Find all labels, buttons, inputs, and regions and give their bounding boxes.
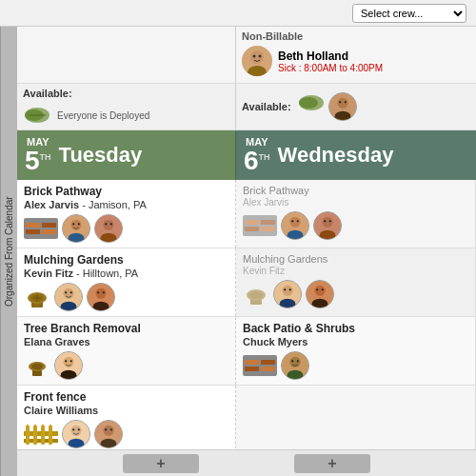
svg-point-56 (284, 288, 286, 290)
stump-icon-1r (243, 282, 269, 307)
job-1-right-workers (243, 211, 468, 240)
job-3-workers (24, 351, 228, 380)
tuesday-date: MAY 5TH (25, 136, 51, 174)
svg-rect-78 (26, 426, 30, 445)
svg-point-62 (322, 288, 324, 290)
job-4-person: Claire Williams (24, 405, 228, 416)
svg-point-46 (95, 288, 106, 299)
wednesday-date: MAY 6TH (244, 136, 270, 174)
job-row-4: Front fence Claire Williams (17, 386, 476, 449)
svg-point-26 (289, 217, 300, 228)
svg-point-92 (103, 426, 113, 436)
jobs-area: Brick Pathway Alex Jarvis - Jamison, PA (17, 180, 476, 449)
svg-point-3 (253, 55, 256, 58)
top-bar: Select crew... (0, 0, 476, 27)
worker-avatar-1ra (281, 211, 309, 240)
svg-point-23 (105, 223, 107, 225)
available-row: Available: Everyone is Deployed Availabl… (17, 84, 476, 130)
svg-point-19 (78, 223, 80, 225)
available-label-right: Available: (242, 101, 291, 112)
available-label-left: Available: (23, 88, 72, 99)
add-tuesday-button[interactable]: + (123, 454, 199, 473)
beth-status: Sick : 8:00AM to 4:00PM (278, 63, 383, 73)
leaf-icon (23, 105, 51, 126)
svg-rect-84 (49, 426, 52, 445)
beth-avatar (242, 46, 272, 76)
svg-rect-82 (41, 426, 45, 445)
svg-point-57 (289, 288, 291, 290)
worker-avatar-4a (62, 420, 90, 448)
sidebar-label: Organized From Calendar (0, 27, 17, 476)
svg-point-49 (103, 291, 105, 293)
available-right: Available: (236, 84, 476, 129)
job-2-workers (24, 283, 228, 311)
fence-icon (24, 424, 58, 445)
job-2-person: Kevin Fitz - Hilltown, PA (24, 268, 228, 279)
leaf-icon-2 (297, 92, 326, 113)
wednesday-name: Wednesday (278, 143, 394, 168)
worker-avatar-4b (94, 420, 123, 448)
brick-icon-2 (243, 355, 277, 376)
stump-icon-1 (24, 285, 50, 309)
svg-point-21 (103, 220, 113, 230)
job-3-title: Tree Branch Removal (24, 322, 228, 335)
worker-avatar-1b (94, 214, 123, 243)
job-1-workers (24, 214, 228, 243)
job-3-right-title: Back Patio & Shrubs (243, 322, 468, 335)
deployed-row: Everyone is Deployed (23, 105, 149, 126)
job-3-left: Tree Branch Removal Elana Graves (17, 317, 236, 385)
svg-point-52 (249, 291, 263, 299)
job-3-right-workers (243, 351, 468, 380)
svg-point-59 (314, 286, 325, 296)
svg-point-69 (65, 360, 67, 362)
beth-name: Beth Holland (278, 50, 383, 63)
tuesday-name: Tuesday (59, 143, 143, 168)
svg-point-11 (337, 98, 347, 109)
job-2-right-title: Mulching Gardens (243, 253, 468, 265)
job-row-3: Tree Branch Removal Elana Graves (17, 317, 476, 386)
svg-point-34 (329, 220, 331, 222)
wednesday-header: MAY 6TH Wednesday (236, 130, 476, 180)
worker-avatar-3ra (281, 351, 309, 380)
svg-point-33 (324, 220, 326, 222)
job-1-right-title: Brick Pathway (243, 185, 468, 196)
svg-point-70 (70, 360, 72, 362)
beth-info: Beth Holland Sick : 8:00AM to 4:00PM (278, 50, 383, 73)
worker-avatar-3a (54, 351, 83, 380)
svg-marker-81 (33, 424, 37, 427)
job-row-1: Brick Pathway Alex Jarvis - Jamison, PA (17, 180, 476, 248)
svg-rect-80 (33, 426, 37, 445)
job-2-right-person: Kevin Fitz (243, 266, 468, 276)
stump-icon-2 (24, 353, 50, 378)
add-wednesday-button[interactable]: + (294, 454, 370, 473)
svg-marker-79 (26, 424, 30, 427)
main-content: Organized From Calendar Non-Billable (0, 27, 476, 476)
job-2-title: Mulching Gardens (24, 253, 228, 267)
job-1-right: Brick Pathway Alex Jarvis (236, 180, 476, 248)
job-1-left: Brick Pathway Alex Jarvis - Jamison, PA (17, 180, 236, 248)
worker-avatar-2a (54, 283, 83, 311)
svg-point-31 (322, 217, 332, 228)
svg-point-74 (291, 360, 293, 362)
nonbillable-label: Non-Billable (242, 30, 470, 42)
job-3-person: Elana Graves (24, 336, 228, 347)
job-1-right-person: Alex Jarvis (243, 197, 468, 208)
svg-point-9 (299, 97, 318, 109)
svg-point-14 (344, 101, 346, 103)
available-avatar-1 (328, 92, 357, 121)
job-3-right-person: Chuck Myers (243, 336, 468, 347)
svg-point-44 (70, 291, 72, 293)
svg-point-4 (259, 55, 262, 58)
nonbillable-person-row: Beth Holland Sick : 8:00AM to 4:00PM (242, 46, 470, 76)
svg-marker-85 (49, 424, 52, 427)
brick-icon-1 (24, 218, 58, 239)
job-1-title: Brick Pathway (24, 185, 228, 198)
nonbillable-right: Non-Billable (236, 27, 476, 83)
deployed-text: Everyone is Deployed (57, 110, 149, 121)
svg-point-54 (282, 286, 292, 296)
svg-point-94 (105, 428, 107, 430)
svg-point-43 (65, 291, 67, 293)
crew-select[interactable]: Select crew... (352, 4, 466, 23)
job-3-right: Back Patio & Shrubs Chuck Myers (236, 317, 476, 385)
job-2-right: Mulching Gardens Kevin Fitz (236, 248, 476, 316)
